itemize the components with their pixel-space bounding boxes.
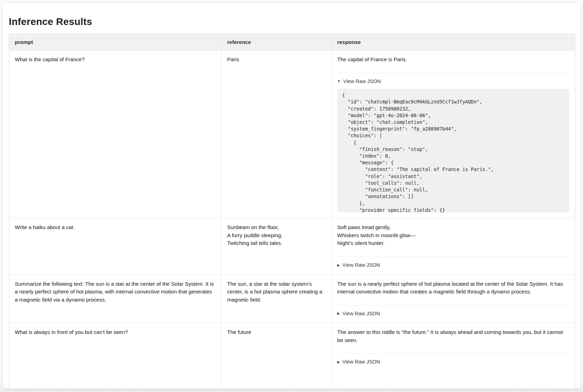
raw-json-section: View Raw JSON { "id": "chatcmpl-BmqEac6c… [337,64,569,213]
view-raw-json-label: View Raw JSON [343,261,380,269]
raw-json-details: View Raw JSON [337,257,569,269]
raw-json-details: View Raw JSON [337,305,569,318]
disclosure-triangle-icon [337,360,340,364]
response-text: The answer to this riddle is "the future… [337,328,569,344]
table-row: What is always in front of you but can't… [9,323,575,389]
reference-cell: Sunbeam on the floor, A furry puddle sle… [221,218,332,274]
raw-json-block[interactable]: { "id": "chatcmpl-BmqEac6cM4kGLznU5Ccf1w… [337,89,569,213]
disclosure-triangle-icon [337,312,340,315]
view-raw-json-label: View Raw JSON [343,358,380,366]
raw-json-details: View Raw JSON [337,354,569,366]
raw-json-section: View Raw JSON [337,247,569,269]
raw-json-details: View Raw JSON { "id": "chatcmpl-BmqEac6c… [337,73,569,213]
raw-json-section: View Raw JSON [337,344,569,366]
inference-results-table: prompt reference response What is the ca… [9,34,575,389]
prompt-cell: What is the capital of France? [9,50,221,218]
response-cell: Soft paws tread gently, Whiskers twitch … [332,218,575,274]
raw-json-section: View Raw JSON [337,296,569,318]
page-title: Inference Results [9,16,574,27]
table-row: Summarize the following text: The sun is… [9,275,575,323]
view-raw-json-toggle[interactable]: View Raw JSON [337,257,569,269]
response-text: Soft paws tread gently, Whiskers twitch … [337,223,569,247]
disclosure-triangle-icon [337,264,340,267]
view-raw-json-toggle[interactable]: View Raw JSON [337,305,569,318]
column-header-prompt: prompt [9,34,221,50]
reference-cell: Paris [221,50,332,218]
prompt-cell: Write a haiku about a cat. [9,218,221,274]
response-text: The capital of France is Paris. [337,56,569,64]
response-text: The sun is a nearly perfect sphere of ho… [337,280,569,296]
reference-cell: The sun, a star at the solar system's ce… [221,275,332,323]
table-header-row: prompt reference response [9,34,575,50]
prompt-cell: What is always in front of you but can't… [9,323,221,389]
view-raw-json-toggle[interactable]: View Raw JSON [337,354,569,366]
table-row: Write a haiku about a cat. Sunbeam on th… [9,218,575,274]
column-header-response: response [332,34,575,50]
disclosure-triangle-icon [337,80,341,83]
response-cell: The capital of France is Paris. View Raw… [332,50,575,218]
view-raw-json-label: View Raw JSON [343,310,380,318]
results-card: Inference Results prompt reference respo… [2,2,581,389]
response-cell: The sun is a nearly perfect sphere of ho… [332,275,575,323]
view-raw-json-toggle[interactable]: View Raw JSON [337,73,569,86]
reference-cell: The future [221,323,332,389]
column-header-reference: reference [221,34,332,50]
prompt-cell: Summarize the following text: The sun is… [9,275,221,323]
response-cell: The answer to this riddle is "the future… [332,323,575,389]
table-row: What is the capital of France? Paris The… [9,50,575,218]
view-raw-json-label: View Raw JSON [343,78,381,86]
